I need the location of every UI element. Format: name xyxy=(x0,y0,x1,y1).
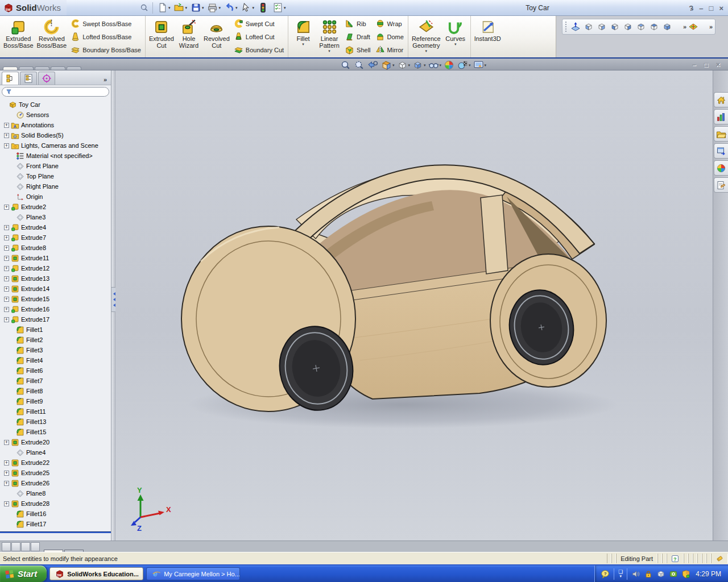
boundary-boss-base-button[interactable]: Boundary Boss/Base xyxy=(69,45,143,55)
view-right-button[interactable] xyxy=(622,20,634,33)
tree-item[interactable]: Plane8 xyxy=(0,488,111,498)
tree-item[interactable]: Plane4 xyxy=(0,447,111,458)
tree-expander[interactable] xyxy=(4,235,9,240)
tree-item[interactable]: Extrude22 xyxy=(0,458,111,468)
help-button[interactable]: ? ▾ xyxy=(689,4,693,13)
tree-item[interactable]: Fillet13 xyxy=(0,417,111,427)
tree-expander[interactable] xyxy=(4,256,9,261)
search-button[interactable] xyxy=(139,1,150,15)
menu-item[interactable] xyxy=(97,6,107,10)
menu-item[interactable] xyxy=(107,6,118,10)
last-tab-button[interactable] xyxy=(31,542,40,551)
propertymanager-tab[interactable] xyxy=(20,72,37,85)
featuremanager-tab[interactable] xyxy=(2,72,19,85)
tree-item[interactable]: Extrude25 xyxy=(0,468,111,478)
view-front-button[interactable] xyxy=(582,20,595,33)
revolved-boss-base-button[interactable]: RevolvedBoss/Base▾ xyxy=(35,17,69,56)
quick-tips-cell[interactable]: ? xyxy=(667,554,684,563)
tree-item[interactable]: Extrude16 xyxy=(0,304,111,314)
tree-item[interactable]: Lights, Cameras and Scene xyxy=(0,140,111,151)
view-left-button[interactable] xyxy=(609,20,621,33)
tree-expander[interactable] xyxy=(4,460,9,465)
tab-dimxpert[interactable] xyxy=(51,66,65,70)
tree-item[interactable]: Front Plane xyxy=(0,161,111,171)
tree-item[interactable]: Solid Bodies(5) xyxy=(0,130,111,140)
start-button[interactable]: Start xyxy=(0,566,47,582)
tree-item[interactable]: Fillet15 xyxy=(0,427,111,437)
tree-item[interactable]: Fillet9 xyxy=(0,396,111,406)
linear-pattern-button[interactable]: LinearPattern▾ xyxy=(316,17,342,56)
doc-restore-button[interactable]: □ xyxy=(704,61,708,69)
tree-item[interactable]: Fillet8 xyxy=(0,386,111,396)
tree-item[interactable]: Material <not specified> xyxy=(0,151,111,161)
swept-cut-button[interactable]: Swept Cut xyxy=(232,19,286,28)
solidworks-resources-tab[interactable] xyxy=(714,92,728,107)
custom-properties-tab[interactable] xyxy=(714,177,728,193)
doc-close-button[interactable]: × xyxy=(716,61,720,69)
extruded-boss-base-button[interactable]: ExtrudedBoss/Base▾ xyxy=(2,17,35,56)
rib-button[interactable]: Rib xyxy=(343,19,372,28)
mirror-button[interactable]: Mirror xyxy=(374,45,406,55)
nvidia-tray-icon[interactable] xyxy=(669,569,678,579)
tag-cell[interactable] xyxy=(711,554,728,563)
undo-button[interactable]: ▾ xyxy=(223,1,239,15)
curves-button[interactable]: Curves▾ xyxy=(442,17,469,56)
tree-item[interactable]: Fillet1 xyxy=(0,325,111,335)
windows-security-tray-icon[interactable] xyxy=(681,569,690,579)
tab-sketch[interactable] xyxy=(19,66,34,70)
tree-expander[interactable] xyxy=(4,297,9,302)
tree-item[interactable]: Fillet16 xyxy=(0,509,111,519)
tree-item[interactable]: Extrude17 xyxy=(0,314,111,325)
taskbar-browser-button[interactable]: eMy Carnegie Mellon > Ho... xyxy=(146,567,240,580)
design-library-tab[interactable] xyxy=(714,109,728,124)
menu-item[interactable] xyxy=(118,6,128,10)
tab-features[interactable] xyxy=(3,66,18,70)
view-isometric-button[interactable] xyxy=(661,20,673,33)
tree-item[interactable]: Extrude2 xyxy=(0,202,111,212)
tree-item[interactable]: Extrude11 xyxy=(0,253,111,263)
volume-tray-icon[interactable] xyxy=(631,569,640,579)
first-tab-button[interactable] xyxy=(2,542,11,551)
view-bottom-button[interactable] xyxy=(648,20,660,33)
restore-button[interactable]: □ xyxy=(709,4,714,13)
tree-filter-input[interactable] xyxy=(15,89,105,95)
tree-item[interactable]: Extrude14 xyxy=(0,284,111,294)
tree-item[interactable]: Extrude26 xyxy=(0,478,111,488)
tree-expander[interactable] xyxy=(4,225,9,230)
panel-tabs-overflow[interactable]: » xyxy=(104,76,109,85)
zoom-to-fit-button[interactable] xyxy=(340,59,352,71)
zoom-to-area-button[interactable] xyxy=(353,59,366,71)
security-lock-tray-icon[interactable] xyxy=(644,569,653,579)
wrap-button[interactable]: Wrap xyxy=(374,19,406,28)
tree-expander[interactable] xyxy=(4,440,9,445)
tree-item[interactable]: Extrude7 xyxy=(0,232,111,243)
display-style-button[interactable]: ▾ xyxy=(412,59,427,71)
hide-show-items-button[interactable]: ▾ xyxy=(428,59,442,71)
sketch-overflow-button[interactable]: » xyxy=(700,20,713,33)
menu-item[interactable] xyxy=(67,6,77,10)
lofted-cut-button[interactable]: Lofted Cut xyxy=(232,32,286,41)
tree-expander[interactable] xyxy=(4,317,9,322)
app-cube-tray-icon[interactable] xyxy=(656,569,665,579)
tree-item[interactable]: Extrude15 xyxy=(0,294,111,304)
tray-collapse-button[interactable]: ❏▾ xyxy=(618,570,623,578)
boundary-cut-button[interactable]: Boundary Cut xyxy=(232,45,286,55)
reference-geometry-button[interactable]: ReferenceGeometry▾ xyxy=(410,17,442,56)
tree-expander[interactable] xyxy=(4,276,9,281)
tree-expander[interactable] xyxy=(4,143,9,148)
revolved-cut-button[interactable]: RevolvedCut▾ xyxy=(202,17,231,56)
edit-appearance-button[interactable] xyxy=(443,59,456,71)
interference-check-button[interactable] xyxy=(257,1,270,15)
instant3d-button[interactable]: Instant3D▾ xyxy=(473,17,503,56)
tree-item[interactable]: Extrude28 xyxy=(0,498,111,509)
shell-button[interactable]: Shell xyxy=(343,45,372,55)
view-palette-tab[interactable] xyxy=(714,143,728,159)
draft-button[interactable]: Draft xyxy=(343,32,372,41)
new-document-button[interactable]: ▾ xyxy=(156,1,172,15)
tree-expander[interactable] xyxy=(4,481,9,486)
extruded-cut-button[interactable]: ExtrudedCut▾ xyxy=(147,17,176,56)
tab-office-products[interactable] xyxy=(67,66,81,70)
rollback-bar[interactable] xyxy=(0,531,111,533)
view-settings-button[interactable]: ▾ xyxy=(473,59,487,71)
design-checker-button[interactable]: ▾ xyxy=(271,1,287,15)
